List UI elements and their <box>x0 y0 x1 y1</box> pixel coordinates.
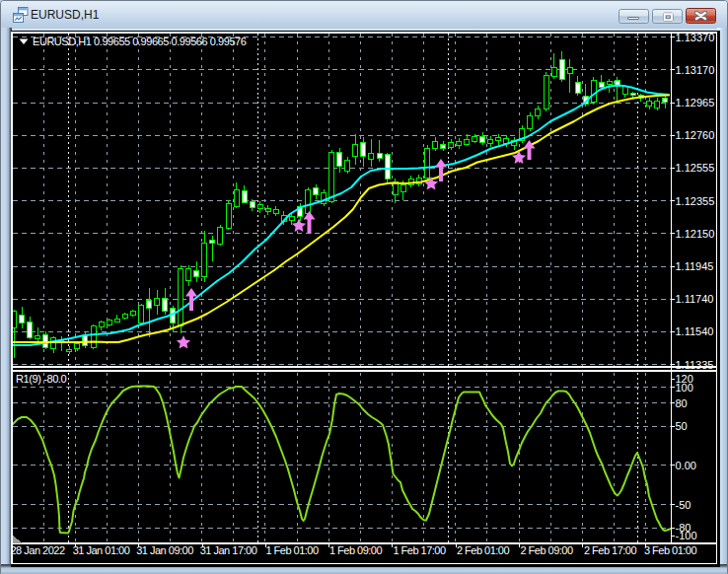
svg-text:2 Feb 01:00: 2 Feb 01:00 <box>457 544 510 556</box>
svg-text:1.13170: 1.13170 <box>676 64 715 76</box>
svg-text:1.12150: 1.12150 <box>676 228 715 240</box>
svg-text:1.11740: 1.11740 <box>676 293 714 305</box>
svg-text:1 Feb 09:00: 1 Feb 09:00 <box>329 544 383 556</box>
svg-text:1.12965: 1.12965 <box>676 97 715 108</box>
svg-text:1 Feb 17:00: 1 Feb 17:00 <box>393 544 446 556</box>
svg-text:1.12355: 1.12355 <box>676 195 715 207</box>
svg-text:3 Feb 01:00: 3 Feb 01:00 <box>644 544 697 556</box>
svg-text:28 Jan 2022: 28 Jan 2022 <box>10 544 64 556</box>
svg-text:2 Feb 17:00: 2 Feb 17:00 <box>584 544 637 556</box>
svg-text:1.12555: 1.12555 <box>676 162 715 174</box>
svg-text:1.11540: 1.11540 <box>676 325 714 337</box>
svg-text:31 Jan 01:00: 31 Jan 01:00 <box>73 544 130 556</box>
svg-text:50: 50 <box>676 420 688 432</box>
svg-text:-100: -100 <box>676 530 697 541</box>
svg-text:1.11335: 1.11335 <box>676 359 714 371</box>
svg-text:31 Jan 17:00: 31 Jan 17:00 <box>200 544 257 556</box>
svg-text:1 Feb 01:00: 1 Feb 01:00 <box>265 544 319 556</box>
svg-text:R1(9) -80.0: R1(9) -80.0 <box>16 373 67 385</box>
svg-text:100: 100 <box>676 382 693 394</box>
svg-text:80: 80 <box>676 397 688 409</box>
svg-text:2 Feb 09:00: 2 Feb 09:00 <box>520 544 573 556</box>
svg-text:0.00: 0.00 <box>676 460 696 471</box>
svg-text:EURUSD,H1 0.99655 0.99665 0.9: EURUSD,H1 0.99655 0.99665 0.99566 0.9957… <box>33 36 247 47</box>
svg-text:31 Jan 09:00: 31 Jan 09:00 <box>136 544 193 556</box>
svg-text:1.11945: 1.11945 <box>676 260 714 272</box>
svg-text:1.12760: 1.12760 <box>676 129 715 141</box>
svg-text:-50: -50 <box>676 499 692 511</box>
svg-text:1.13370: 1.13370 <box>676 32 715 43</box>
